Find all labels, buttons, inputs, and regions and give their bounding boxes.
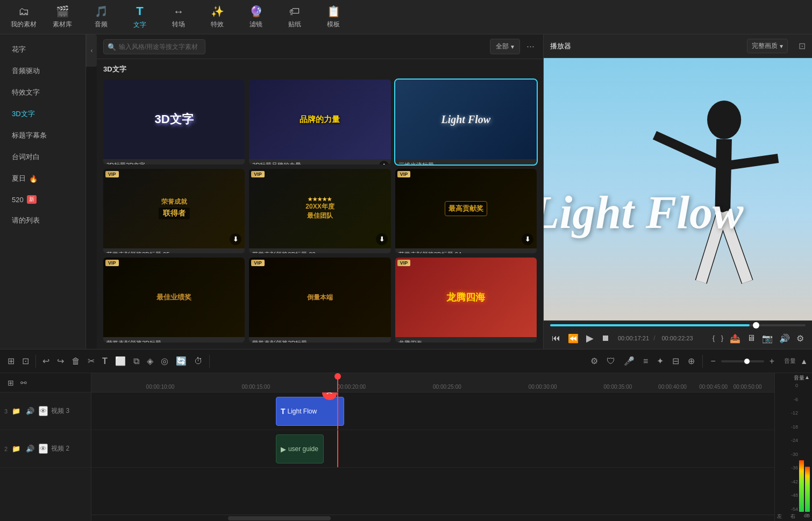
tl-split-button[interactable]: ⊕ <box>685 353 698 369</box>
card-dragon[interactable]: VIP 龙腾四海 龙腾四海 <box>395 258 537 342</box>
tl-rotate-button[interactable]: ◎ <box>158 353 172 369</box>
nav-my-material[interactable]: 🗂 我的素材 <box>4 2 43 32</box>
db-meter: 音量 ▲ 0 -6 -12 -18 -24 -30 -36 -42 -48 -5… <box>774 373 812 521</box>
tl-select-button[interactable]: ⊡ <box>19 353 32 369</box>
card-award-b[interactable]: VIP 倒量本端 荣誉表彰颁奖3D标题 <box>249 258 390 342</box>
card-award-04[interactable]: VIP 最高贡献奖 ⬇ 荣誉表彰颁奖3D标题 04 <box>395 169 537 254</box>
stop-button[interactable]: ⏹ <box>600 332 611 345</box>
sidebar-collapse-btn[interactable]: ‹ <box>86 34 97 67</box>
track-3-folder-button[interactable]: 📁 <box>11 406 22 416</box>
clip-userguide[interactable]: ▶ user guide <box>276 434 324 463</box>
tl-settings-button[interactable]: ⚙ <box>587 353 601 369</box>
text-icon: T <box>136 4 143 18</box>
nav-text[interactable]: T 文字 <box>120 2 159 32</box>
playhead-ruler <box>337 373 338 392</box>
card-brand[interactable]: 品牌的力量 3D标题品牌的力量 ⬇ <box>249 80 390 165</box>
card-award-05[interactable]: VIP 荣誉成就 联得者 ⬇ 荣誉表彰颁奖3D标题 05 <box>103 169 245 254</box>
sidebar-item-huazi[interactable]: 花字 <box>3 39 82 60</box>
card-award-a[interactable]: VIP 最佳业绩奖 荣誉表彰颁奖3D标题 <box>103 258 245 342</box>
vip-badge-4: VIP <box>105 171 119 177</box>
preview-video: Light Flow <box>544 58 812 320</box>
snapshot-button[interactable]: 📷 <box>760 332 774 345</box>
sidebar-item-title-subtitle[interactable]: 标题字幕条 <box>3 125 82 146</box>
more-options-button[interactable]: ··· <box>524 41 537 52</box>
card-award-03[interactable]: VIP ★★★★★ 20XX年度 最佳团队 ⬇ 荣誉表彰颁奖3D标题 03 <box>249 169 390 254</box>
tl-crop-button[interactable]: ⬜ <box>112 353 129 369</box>
timeline-scrollbar[interactable] <box>91 515 774 521</box>
content-grid: 3D文字 3D标题3D文字 品牌的力量 3D标题品牌的力量 ⬇ Light Fl… <box>97 77 543 349</box>
tl-zoom-out-button[interactable]: − <box>707 354 718 369</box>
track-2-folder-button[interactable]: 📁 <box>11 444 22 454</box>
filter-icon: 🔮 <box>250 5 263 18</box>
progress-bar[interactable] <box>550 324 806 326</box>
tl-mic-button[interactable]: 🎤 <box>621 353 638 369</box>
mark-out-button[interactable]: } <box>720 333 725 344</box>
mark-in-button[interactable]: { <box>711 333 716 344</box>
tl-composite-button[interactable]: ⧉ <box>130 354 143 369</box>
nav-material-lib[interactable]: 🎬 素材库 <box>43 2 82 32</box>
tl-star-button[interactable]: ✦ <box>653 353 667 369</box>
volume-button[interactable]: 🔊 <box>778 332 792 345</box>
tl-keyframe-button[interactable]: ◈ <box>144 353 156 369</box>
sidebar-item-3d-text[interactable]: 3D文字 <box>3 104 82 124</box>
tl-text-button[interactable]: T <box>99 354 111 369</box>
lr-labels: 左 右 dB <box>777 513 810 520</box>
step-back-button[interactable]: ⏪ <box>566 332 580 345</box>
tl-list-button[interactable]: ≡ <box>640 354 651 369</box>
svg-text:Light Flow: Light Flow <box>544 187 744 238</box>
card-3d-text-preview: 3D文字 <box>155 111 194 127</box>
sidebar-item-520[interactable]: 520 新 <box>3 190 82 209</box>
nav-filter[interactable]: 🔮 滤镜 <box>237 2 275 32</box>
top-nav: 🗂 我的素材 🎬 素材库 🎵 音频 T 文字 ↔ 转场 ✨ 特效 🔮 滤镜 🏷 … <box>0 0 812 34</box>
sidebar-item-effect-text[interactable]: 特效文字 <box>3 82 82 103</box>
tl-loop-button[interactable]: 🔄 <box>173 353 190 369</box>
tl-shield-button[interactable]: 🛡 <box>603 354 618 369</box>
tl-undo-button[interactable]: ↩ <box>39 353 53 369</box>
tl-magnet-button[interactable]: ⚯ <box>17 376 30 390</box>
track-3-audio-button[interactable]: 🔊 <box>25 406 35 416</box>
nav-sticker[interactable]: 🏷 贴纸 <box>275 2 314 32</box>
tl-redo-button[interactable]: ↪ <box>54 353 67 369</box>
sidebar-item-audio-drive[interactable]: 音频驱动 <box>3 61 82 81</box>
time-separator: / <box>653 334 655 342</box>
sidebar-item-summer[interactable]: 夏日 🔥 <box>3 168 82 189</box>
clip-lightflow[interactable]: T Light Flow <box>276 397 344 426</box>
display-button[interactable]: 🖥 <box>745 332 757 345</box>
fullscreen-icon[interactable]: ⊡ <box>799 41 806 51</box>
chevron-left-icon: ‹ <box>91 47 93 54</box>
prev-frame-button[interactable]: ⏮ <box>550 332 562 345</box>
track-2-audio-button[interactable]: 🔊 <box>25 444 35 454</box>
preview-controls: ⏮ ⏪ ▶ ⏹ 00:00:17:21 / 00:00:22:23 { } 📤 … <box>544 320 812 349</box>
preview-title[interactable]: 播放器 <box>550 41 571 51</box>
card-lightflow[interactable]: Light Flow 三维光流标题 <box>395 80 537 165</box>
tracks-body: ✂ T Light Flow ▶ user guide <box>91 392 774 515</box>
time-current: 00:00:17:21 <box>618 335 649 341</box>
tl-delete-button[interactable]: 🗑 <box>68 354 83 369</box>
nav-audio[interactable]: 🎵 音频 <box>82 2 120 32</box>
nav-effects[interactable]: ✨ 特效 <box>198 2 237 32</box>
tl-cut-button[interactable]: ✂ <box>84 353 98 369</box>
preview-quality-select[interactable]: 完整画质 ▾ <box>747 39 788 53</box>
nav-transition[interactable]: ↔ 转场 <box>159 2 198 32</box>
sidebar-item-dialogue[interactable]: 台词对白 <box>3 147 82 167</box>
search-input[interactable] <box>103 39 205 54</box>
scrollbar-thumb[interactable] <box>228 516 331 520</box>
zoom-slider[interactable] <box>721 360 764 362</box>
export-frame-button[interactable]: 📤 <box>728 332 742 345</box>
filter-button[interactable]: 全部 ▾ <box>490 39 520 54</box>
play-button[interactable]: ▶ <box>585 331 595 346</box>
vip-badge-6: VIP <box>397 171 411 177</box>
settings-button[interactable]: ⚙ <box>795 332 806 345</box>
download-icon-4: ⬇ <box>230 233 241 245</box>
tl-timer-button[interactable]: ⏱ <box>191 354 206 369</box>
tl-zoom-in-button[interactable]: + <box>766 354 778 369</box>
tl-merge-button[interactable]: ⊟ <box>669 353 682 369</box>
timeline-area: ⊞ ⊡ ↩ ↪ 🗑 ✂ T ⬜ ⧉ ◈ ◎ 🔄 ⏱ ⚙ 🛡 🎤 ≡ ✦ ⊟ ⊕ … <box>0 349 812 521</box>
track-3-eye-button[interactable]: 👁 <box>39 406 48 416</box>
tl-grid-button[interactable]: ⊞ <box>4 353 18 369</box>
nav-template[interactable]: 📋 模板 <box>314 2 353 32</box>
card-3d-text[interactable]: 3D文字 3D标题3D文字 <box>103 80 245 165</box>
track-2-eye-button[interactable]: 👁 <box>39 444 48 454</box>
tl-add-track-button[interactable]: ⊞ <box>4 376 17 390</box>
sidebar-item-favorites[interactable]: 请的列表 <box>3 210 82 231</box>
